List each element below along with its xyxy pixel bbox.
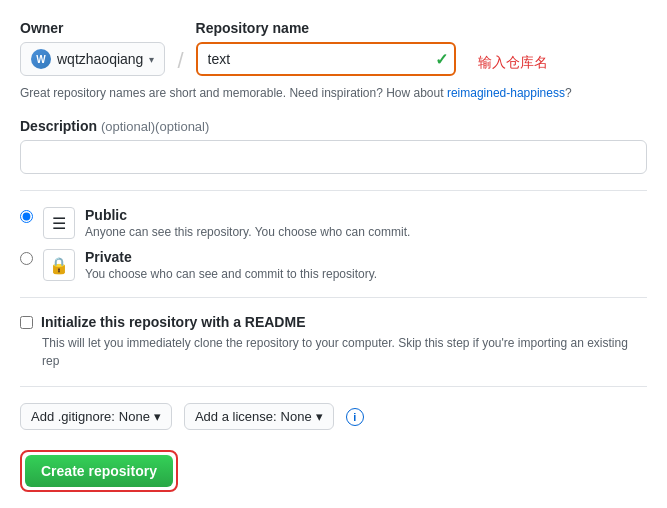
repo-name-field-group: Repository name ✓ <box>196 20 456 76</box>
description-label: Description (optional)(optional) <box>20 118 647 134</box>
repo-name-label: Repository name <box>196 20 456 36</box>
valid-check-icon: ✓ <box>435 50 448 69</box>
license-button[interactable]: Add a license: None ▾ <box>184 403 334 430</box>
private-description: You choose who can see and commit to thi… <box>85 267 377 281</box>
readme-checkbox[interactable] <box>20 316 33 329</box>
visibility-section: ☰ Public Anyone can see this repository.… <box>20 207 647 281</box>
public-repo-icon: ☰ <box>43 207 75 239</box>
create-btn-wrapper: Create repository <box>20 450 178 492</box>
create-repository-button[interactable]: Create repository <box>25 455 173 487</box>
repo-name-input[interactable] <box>196 42 456 76</box>
license-chevron-icon: ▾ <box>316 409 323 424</box>
readme-hint-text: This will let you immediately clone the … <box>42 334 647 370</box>
hint-text: Great repository names are short and mem… <box>20 84 647 102</box>
readme-checkbox-row: Initialize this repository with a README <box>20 314 647 330</box>
public-label[interactable]: Public <box>85 207 410 223</box>
owner-field-group: Owner W wqtzhaoqiang ▾ <box>20 20 165 76</box>
owner-label: Owner <box>20 20 165 36</box>
hint-text-part1: Great repository names are short and mem… <box>20 86 447 100</box>
divider-2 <box>20 297 647 298</box>
description-optional-label: (optional) <box>101 119 155 134</box>
gitignore-button[interactable]: Add .gitignore: None ▾ <box>20 403 172 430</box>
description-section: Description (optional)(optional) <box>20 118 647 174</box>
owner-name: wqtzhaoqiang <box>57 51 143 67</box>
slash-separator: / <box>177 48 183 74</box>
public-option: ☰ Public Anyone can see this repository.… <box>20 207 647 239</box>
owner-repo-row: Owner W wqtzhaoqiang ▾ / Repository name… <box>20 20 647 76</box>
private-text-group: Private You choose who can see and commi… <box>85 249 377 281</box>
description-input[interactable] <box>20 140 647 174</box>
gitignore-label: Add .gitignore: <box>31 409 115 424</box>
hint-suggestion[interactable]: reimagined-happiness <box>447 86 565 100</box>
public-content: ☰ Public Anyone can see this repository.… <box>43 207 410 239</box>
license-label: Add a license: <box>195 409 277 424</box>
private-radio[interactable] <box>20 252 33 265</box>
divider-1 <box>20 190 647 191</box>
addon-row: Add .gitignore: None ▾ Add a license: No… <box>20 403 647 430</box>
info-icon[interactable]: i <box>346 408 364 426</box>
owner-initials: W <box>36 54 45 65</box>
private-label[interactable]: Private <box>85 249 377 265</box>
chevron-down-icon: ▾ <box>149 54 154 65</box>
public-radio[interactable] <box>20 210 33 223</box>
readme-label[interactable]: Initialize this repository with a README <box>41 314 305 330</box>
private-option: 🔒 Private You choose who can see and com… <box>20 249 647 281</box>
public-text-group: Public Anyone can see this repository. Y… <box>85 207 410 239</box>
readme-section: Initialize this repository with a README… <box>20 314 647 370</box>
divider-3 <box>20 386 647 387</box>
public-description: Anyone can see this repository. You choo… <box>85 225 410 239</box>
license-value: None <box>281 409 312 424</box>
gitignore-chevron-icon: ▾ <box>154 409 161 424</box>
lock-icon: 🔒 <box>43 249 75 281</box>
hint-text-part2: ? <box>565 86 572 100</box>
description-optional-text: (optional) <box>155 119 209 134</box>
owner-avatar: W <box>31 49 51 69</box>
annotation-text: 输入仓库名 <box>478 54 548 72</box>
gitignore-value: None <box>119 409 150 424</box>
repo-name-wrapper: ✓ <box>196 42 456 76</box>
owner-select[interactable]: W wqtzhaoqiang ▾ <box>20 42 165 76</box>
private-content: 🔒 Private You choose who can see and com… <box>43 249 377 281</box>
